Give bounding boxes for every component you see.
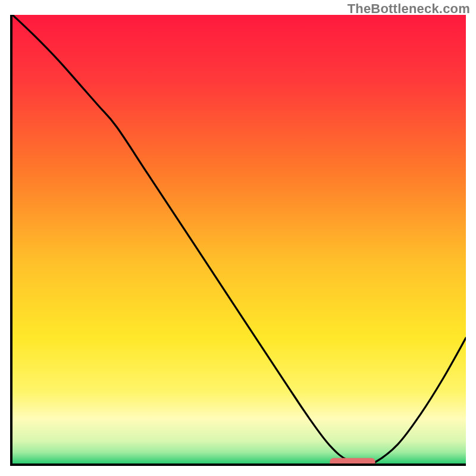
plot-area [10,15,466,466]
highlight-pill [12,15,466,464]
chart-frame: TheBottleneck.com [0,0,476,476]
svg-rect-1 [330,458,375,464]
